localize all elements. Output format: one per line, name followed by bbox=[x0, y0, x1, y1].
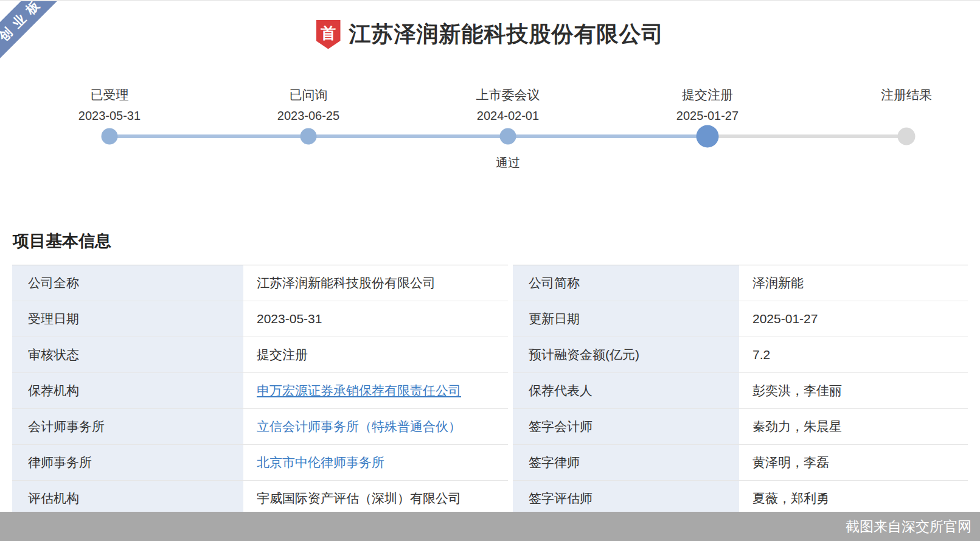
label-appraisal-institution: 评估机构 bbox=[28, 490, 79, 507]
label-expected-funding: 预计融资金额(亿元) bbox=[529, 346, 639, 363]
timeline-step-label: 提交注册 bbox=[641, 86, 774, 103]
row-label: 公司全称 bbox=[12, 265, 243, 301]
row-label: 公司简称 bbox=[513, 265, 739, 301]
row-label: 保荐代表人 bbox=[513, 373, 739, 409]
timeline-step-registration-result: 注册结果 bbox=[839, 86, 973, 109]
label-signing-lawyers: 签字律师 bbox=[529, 454, 580, 471]
timeline-step-date: 2025-01-27 bbox=[641, 109, 774, 123]
label-law-firm: 律师事务所 bbox=[28, 454, 92, 471]
timeline-step-accepted: 已受理 2023-05-31 bbox=[43, 86, 176, 123]
timeline-dot-registration-submitted bbox=[696, 125, 718, 148]
value-signing-appraisers: 夏薇，郑利勇 bbox=[752, 490, 829, 507]
row-value: 黄泽明，李磊 bbox=[739, 445, 968, 481]
value-signing-accountants: 秦劲力，朱晨星 bbox=[752, 418, 842, 435]
label-acceptance-date: 受理日期 bbox=[28, 310, 79, 327]
row-label: 更新日期 bbox=[513, 301, 739, 337]
timeline-step-date: 2023-05-31 bbox=[43, 109, 176, 123]
timeline-step-label: 注册结果 bbox=[839, 86, 973, 103]
page: 创业板 首 江苏泽润新能科技股份有限公司 已受理 2023-05-31 已问询 … bbox=[0, 0, 980, 541]
label-update-date: 更新日期 bbox=[529, 310, 580, 327]
law-firm-link[interactable]: 北京市中伦律师事务所 bbox=[257, 454, 384, 471]
timeline-track-pending bbox=[707, 134, 906, 138]
committee-result-note: 通过 bbox=[496, 155, 520, 171]
label-company-full-name: 公司全称 bbox=[28, 274, 79, 291]
label-signing-accountants: 签字会计师 bbox=[529, 418, 593, 435]
timeline-step-registration-submitted: 提交注册 2025-01-27 bbox=[641, 86, 774, 123]
timeline-step-date: 2024-02-01 bbox=[441, 109, 575, 123]
row-label: 会计师事务所 bbox=[12, 409, 243, 445]
timeline-step-label: 上市委会议 bbox=[441, 86, 575, 103]
row-label: 审核状态 bbox=[12, 337, 243, 373]
value-review-status: 提交注册 bbox=[257, 346, 308, 363]
row-label: 签字会计师 bbox=[513, 409, 739, 445]
first-issue-badge-label: 首 bbox=[321, 23, 336, 43]
ipo-status-timeline: 已受理 2023-05-31 已问询 2023-06-25 上市委会议 2024… bbox=[0, 86, 980, 178]
label-sponsor-representatives: 保荐代表人 bbox=[529, 382, 593, 399]
accounting-firm-link[interactable]: 立信会计师事务所（特殊普通合伙） bbox=[257, 418, 461, 435]
value-sponsor-representatives: 彭奕洪，李佳丽 bbox=[752, 382, 842, 399]
value-update-date: 2025-01-27 bbox=[752, 312, 818, 326]
value-acceptance-date: 2023-05-31 bbox=[257, 312, 322, 326]
label-accounting-firm: 会计师事务所 bbox=[28, 418, 105, 435]
timeline-dot-inquired bbox=[300, 128, 316, 145]
page-title: 江苏泽润新能科技股份有限公司 bbox=[349, 19, 664, 49]
section-title: 项目基本信息 bbox=[13, 230, 111, 252]
row-label: 律师事务所 bbox=[12, 445, 243, 481]
row-value: 秦劲力，朱晨星 bbox=[739, 409, 968, 445]
row-value: 2023-05-31 bbox=[243, 301, 508, 337]
page-header: 首 江苏泽润新能科技股份有限公司 bbox=[0, 19, 980, 49]
value-company-full-name: 江苏泽润新能科技股份有限公司 bbox=[257, 274, 436, 291]
label-signing-appraisers: 签字评估师 bbox=[529, 490, 593, 507]
row-label: 签字律师 bbox=[513, 445, 739, 481]
row-label: 预计融资金额(亿元) bbox=[513, 337, 739, 373]
row-value: 彭奕洪，李佳丽 bbox=[739, 373, 968, 409]
row-value: 立信会计师事务所（特殊普通合伙） bbox=[243, 409, 508, 445]
first-issue-badge: 首 bbox=[316, 20, 341, 49]
value-signing-lawyers: 黄泽明，李磊 bbox=[752, 454, 829, 471]
info-table-right-half: 公司简称 泽润新能 更新日期 2025-01-27 预计融资金额(亿元) 7.2… bbox=[513, 265, 968, 517]
row-value: 2025-01-27 bbox=[739, 301, 968, 337]
timeline-step-date: 2023-06-25 bbox=[242, 109, 375, 123]
timeline-step-label: 已受理 bbox=[43, 86, 176, 103]
timeline-track-completed bbox=[109, 134, 707, 138]
label-company-short-name: 公司简称 bbox=[529, 274, 580, 291]
watermark-text: 截图来自深交所官网 bbox=[846, 517, 971, 536]
watermark-bar: 截图来自深交所官网 bbox=[0, 512, 980, 541]
project-basic-info-table: 公司全称 江苏泽润新能科技股份有限公司 受理日期 2023-05-31 审核状态… bbox=[12, 265, 968, 517]
row-value: 江苏泽润新能科技股份有限公司 bbox=[243, 265, 508, 301]
row-label: 受理日期 bbox=[12, 301, 243, 337]
label-sponsor-institution: 保荐机构 bbox=[28, 382, 79, 399]
timeline-dot-committee-meeting bbox=[499, 128, 516, 145]
timeline-step-committee-meeting: 上市委会议 2024-02-01 bbox=[441, 86, 575, 123]
sponsor-institution-link[interactable]: 申万宏源证券承销保荐有限责任公司 bbox=[257, 382, 461, 399]
row-value: 泽润新能 bbox=[739, 265, 968, 301]
row-value: 提交注册 bbox=[243, 337, 508, 373]
timeline-dot-accepted bbox=[101, 128, 117, 145]
row-value: 申万宏源证券承销保荐有限责任公司 bbox=[243, 373, 508, 409]
value-company-short-name: 泽润新能 bbox=[752, 274, 804, 291]
row-value: 北京市中伦律师事务所 bbox=[243, 445, 508, 481]
timeline-step-inquired: 已问询 2023-06-25 bbox=[242, 86, 375, 123]
label-review-status: 审核状态 bbox=[28, 346, 79, 363]
value-appraisal-institution: 宇威国际资产评估（深圳）有限公司 bbox=[257, 490, 461, 507]
timeline-step-label: 已问询 bbox=[242, 86, 375, 103]
row-label: 保荐机构 bbox=[12, 373, 243, 409]
timeline-dot-registration-result bbox=[898, 128, 916, 145]
value-expected-funding: 7.2 bbox=[752, 347, 770, 362]
info-table-left-half: 公司全称 江苏泽润新能科技股份有限公司 受理日期 2023-05-31 审核状态… bbox=[12, 265, 508, 517]
row-value: 7.2 bbox=[739, 337, 968, 373]
